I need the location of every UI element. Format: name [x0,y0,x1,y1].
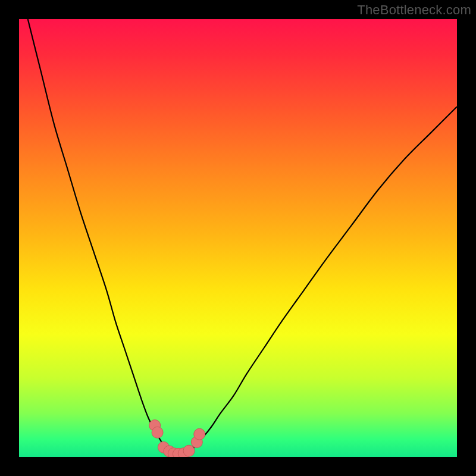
watermark-text: TheBottleneck.com [357,2,471,18]
curve-right-branch [194,107,457,446]
outer-frame: TheBottleneck.com [0,0,476,476]
curve-left-branch [28,19,166,448]
highlight-marker [152,427,163,438]
highlight-markers [149,420,205,457]
highlight-marker [194,428,205,440]
curve-layer [19,19,457,457]
plot-area [19,19,457,457]
highlight-marker [183,445,195,456]
